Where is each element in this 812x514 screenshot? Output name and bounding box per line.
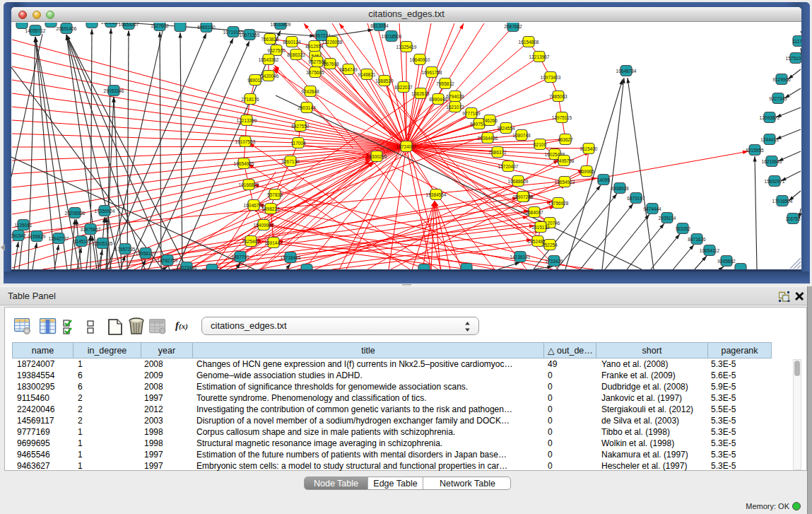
svg-text:9245652: 9245652	[717, 259, 736, 264]
svg-text:8938928: 8938928	[611, 186, 629, 191]
svg-text:19384554: 19384554	[426, 192, 447, 197]
svg-text:8660124: 8660124	[283, 40, 301, 45]
svg-text:116753: 116753	[785, 216, 801, 221]
svg-text:6794028: 6794028	[446, 94, 464, 99]
svg-text:6966160: 6966160	[197, 25, 216, 30]
svg-text:9457791: 9457791	[231, 255, 249, 259]
svg-text:6879197: 6879197	[627, 196, 645, 201]
svg-text:10648784: 10648784	[616, 69, 637, 74]
svg-text:14055712: 14055712	[25, 28, 46, 33]
svg-text:14136141: 14136141	[510, 255, 531, 259]
svg-text:1691447: 1691447	[264, 240, 283, 245]
svg-text:18724007: 18724007	[396, 144, 417, 149]
svg-text:8813054: 8813054	[370, 23, 389, 28]
svg-text:8454749: 8454749	[339, 67, 358, 72]
svg-text:13654923: 13654923	[555, 180, 575, 185]
svg-text:3267130: 3267130	[281, 159, 300, 164]
svg-text:12213967: 12213967	[529, 54, 550, 59]
svg-text:1733426: 1733426	[545, 259, 563, 264]
svg-text:1388520: 1388520	[375, 78, 394, 83]
svg-text:14095: 14095	[597, 177, 610, 182]
svg-text:19166825: 19166825	[239, 182, 259, 187]
svg-text:1621072: 1621072	[446, 105, 464, 110]
svg-text:13226058: 13226058	[322, 40, 343, 45]
svg-text:1080748: 1080748	[512, 133, 531, 138]
svg-text:7663822: 7663822	[261, 37, 279, 42]
svg-text:8322037: 8322037	[394, 85, 413, 90]
svg-text:117004: 117004	[290, 141, 306, 146]
svg-text:19218506: 19218506	[382, 34, 402, 39]
svg-text:17359924: 17359924	[95, 209, 115, 214]
svg-text:18300295: 18300295	[367, 154, 387, 159]
svg-text:12505135: 12505135	[93, 241, 113, 246]
svg-text:62100: 62100	[534, 142, 546, 147]
svg-text:10653267: 10653267	[119, 23, 139, 27]
svg-text:9242848: 9242848	[301, 89, 319, 94]
svg-text:10973403: 10973403	[541, 75, 561, 80]
svg-text:9146821: 9146821	[358, 72, 376, 77]
svg-text:15409946: 15409946	[254, 223, 274, 228]
svg-text:8912954: 8912954	[305, 44, 324, 49]
svg-text:2803144: 2803144	[298, 105, 316, 110]
svg-text:1244413: 1244413	[760, 137, 779, 142]
svg-text:16033809: 16033809	[271, 23, 291, 27]
svg-text:5498222: 5498222	[261, 206, 280, 211]
svg-text:17016504: 17016504	[772, 199, 793, 204]
svg-text:16961758: 16961758	[422, 70, 442, 75]
svg-text:29053346: 29053346	[104, 88, 124, 93]
svg-text:8215955: 8215955	[746, 148, 764, 153]
svg-text:12213389: 12213389	[237, 118, 257, 123]
svg-text:19756928: 19756928	[548, 201, 569, 206]
svg-text:2935114: 2935114	[659, 216, 676, 221]
svg-text:1156829: 1156829	[28, 234, 46, 239]
svg-text:17957235: 17957235	[115, 247, 136, 252]
svg-text:9474444: 9474444	[643, 206, 661, 211]
svg-text:15716485: 15716485	[281, 255, 301, 260]
svg-text:391547: 391547	[11, 233, 26, 238]
svg-text:10688609: 10688609	[508, 179, 529, 184]
svg-text:746266: 746266	[482, 118, 498, 123]
svg-text:18907249: 18907249	[513, 194, 534, 199]
svg-text:12942737: 12942737	[49, 236, 69, 241]
svg-text:7955812: 7955812	[436, 81, 454, 86]
svg-text:8471626: 8471626	[688, 237, 706, 242]
svg-text:7386372: 7386372	[488, 150, 507, 155]
svg-text:15751074: 15751074	[786, 56, 801, 61]
svg-text:3684067: 3684067	[525, 210, 543, 215]
svg-text:9777169: 9777169	[462, 111, 481, 116]
svg-text:10654112: 10654112	[700, 248, 720, 253]
svg-text:12093872: 12093872	[760, 115, 780, 120]
svg-text:12975115: 12975115	[552, 115, 572, 120]
svg-text:7625402: 7625402	[242, 239, 260, 244]
svg-text:33975867: 33975867	[81, 227, 101, 232]
svg-text:10671355: 10671355	[240, 33, 260, 37]
svg-text:114519: 114519	[73, 239, 89, 244]
svg-text:20691406: 20691406	[57, 26, 77, 31]
svg-text:969965: 969965	[579, 169, 594, 174]
svg-text:16154808: 16154808	[519, 40, 539, 45]
svg-text:1615132: 1615132	[531, 225, 550, 230]
svg-text:20206536: 20206536	[65, 211, 86, 216]
svg-text:20364436: 20364436	[478, 136, 498, 141]
svg-text:1527602: 1527602	[151, 23, 169, 28]
svg-text:9327500: 9327500	[267, 48, 286, 53]
svg-text:9129906: 9129906	[772, 77, 791, 82]
svg-text:7485063: 7485063	[549, 94, 567, 99]
svg-text:463627: 463627	[558, 137, 573, 142]
svg-text:16543362: 16543362	[259, 57, 279, 62]
svg-text:2087682: 2087682	[504, 24, 522, 29]
svg-text:3675685: 3675685	[306, 70, 324, 75]
svg-text:19654985: 19654985	[234, 161, 254, 166]
svg-text:10958107: 10958107	[136, 251, 156, 256]
svg-text:10107553: 10107553	[235, 139, 256, 144]
svg-text:13325419: 13325419	[396, 45, 417, 49]
svg-text:16210643: 16210643	[762, 159, 782, 164]
svg-text:9115400: 9115400	[580, 146, 598, 151]
svg-text:8990448: 8990448	[429, 97, 447, 102]
svg-text:1135061: 1135061	[15, 223, 33, 228]
svg-text:12495758: 12495758	[554, 158, 575, 163]
svg-text:11174: 11174	[792, 39, 801, 44]
svg-text:12023446: 12023446	[177, 265, 197, 270]
svg-text:252254: 252254	[542, 243, 558, 247]
svg-text:3824554: 3824554	[497, 126, 515, 131]
